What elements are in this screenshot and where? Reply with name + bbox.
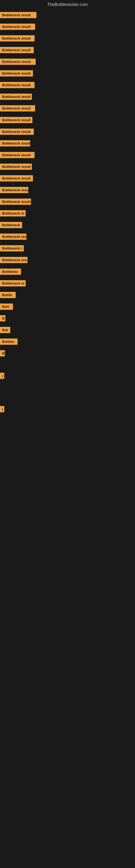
list-item: Bottleneck r — [0, 243, 135, 254]
list-item — [0, 382, 135, 387]
list-item: Bottleneck result — [0, 114, 135, 126]
list-item: Bot — [0, 324, 135, 336]
bottleneck-result-bar: Bottleneck result — [0, 163, 32, 170]
bottleneck-result-bar: Bottleneck resu — [0, 187, 28, 193]
list-item: Bottleneck result — [0, 56, 135, 67]
bottleneck-result-bar: Bottleneck result — [0, 175, 33, 182]
bottleneck-result-bar: Bottleneck result — [0, 140, 30, 147]
bottleneck-result-bar: Bottleneck re — [0, 280, 26, 286]
site-title: TheBottlenecker.com — [0, 0, 135, 9]
bottleneck-result-bar: | — [0, 373, 4, 379]
bottleneck-result-bar: Bottleneck result — [0, 117, 32, 123]
list-item: Bottleneck — [0, 219, 135, 231]
bottleneck-result-bar: Bottleneck re — [0, 210, 26, 216]
bottleneck-result-bar: B — [0, 315, 5, 321]
bars-container: Bottleneck resultBottleneck resultBottle… — [0, 9, 135, 415]
bottleneck-result-bar: Bottleneck result — [0, 129, 34, 135]
bottleneck-result-bar: Bottleneck result — [0, 59, 36, 65]
list-item: Bottleneck res — [0, 231, 135, 243]
bottleneck-result-bar: Bottlen — [0, 339, 17, 345]
list-item — [0, 387, 135, 393]
list-item: Bottleneck result — [0, 149, 135, 161]
bottleneck-result-bar: Bott — [0, 304, 13, 310]
list-item: Bottleneck resu — [0, 184, 135, 196]
list-item: Bottlen — [0, 336, 135, 347]
list-item: Bottleneck result — [0, 173, 135, 184]
bottleneck-result-bar: Bottleneck result — [0, 94, 32, 100]
list-item: Bottleneck result — [0, 91, 135, 102]
bottleneck-result-bar: | — [0, 406, 4, 412]
list-item: Bottlenec — [0, 266, 135, 278]
bottleneck-result-bar: Bottlenec — [0, 269, 21, 275]
list-item: Bottle — [0, 289, 135, 301]
list-item — [0, 393, 135, 398]
bottleneck-result-bar: Bottleneck result — [0, 105, 35, 112]
list-item — [0, 365, 135, 370]
bottleneck-result-bar: Bottleneck res — [0, 234, 27, 240]
bottleneck-result-bar: Bottleneck r — [0, 245, 24, 251]
list-item: Bottleneck resu — [0, 254, 135, 266]
list-item: Bottleneck re — [0, 208, 135, 219]
list-item: Bottleneck result — [0, 137, 135, 149]
list-item — [0, 359, 135, 365]
bottleneck-result-bar: Bottleneck result — [0, 47, 34, 53]
bottleneck-result-bar: Bottleneck result — [0, 152, 35, 158]
list-item: B — [0, 312, 135, 324]
bottleneck-result-bar: Bottleneck result — [0, 70, 33, 76]
list-item: Bottleneck result — [0, 196, 135, 208]
bottleneck-result-bar: Bottleneck result — [0, 198, 31, 205]
list-item: Bottleneck result — [0, 44, 135, 56]
list-item: | — [0, 370, 135, 382]
list-item: Bott — [0, 301, 135, 312]
list-item: Bottleneck result — [0, 67, 135, 79]
list-item: Bottleneck result — [0, 161, 135, 173]
bottleneck-result-bar: Bottleneck resu — [0, 257, 28, 263]
bottleneck-result-bar: Bottleneck result — [0, 24, 35, 30]
list-item — [0, 398, 135, 403]
list-item: Bottleneck re — [0, 278, 135, 289]
list-item: Bottleneck result — [0, 102, 135, 114]
list-item: Bottleneck result — [0, 79, 135, 91]
bottleneck-result-bar: Bottleneck — [0, 222, 22, 228]
bottleneck-result-bar: Bottle — [0, 292, 16, 298]
list-item: Bottleneck result — [0, 33, 135, 44]
list-item: Bottleneck result — [0, 9, 135, 21]
bottleneck-result-bar: B — [0, 350, 5, 356]
list-item: | — [0, 403, 135, 415]
bottleneck-result-bar: Bottleneck result — [0, 35, 35, 41]
list-item: Bottleneck result — [0, 126, 135, 137]
bottleneck-result-bar: Bottleneck result — [0, 82, 35, 88]
list-item: B — [0, 347, 135, 359]
bottleneck-result-bar: Bot — [0, 327, 10, 333]
list-item: Bottleneck result — [0, 21, 135, 33]
bottleneck-result-bar: Bottleneck result — [0, 12, 37, 18]
